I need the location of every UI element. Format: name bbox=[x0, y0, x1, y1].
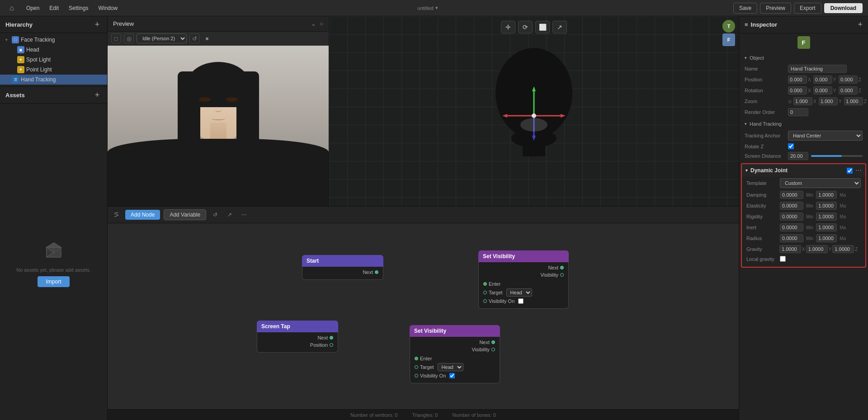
node-sv1-vis-port[interactable] bbox=[483, 299, 487, 303]
transform-tool[interactable]: ↗ bbox=[552, 21, 567, 33]
refresh-icon[interactable]: ↺ bbox=[189, 33, 199, 43]
preview-button[interactable]: Preview bbox=[760, 3, 791, 14]
node-sv2-vis-on-port[interactable] bbox=[415, 374, 418, 378]
refresh-node-icon[interactable]: ↺ bbox=[210, 209, 221, 220]
dj-template-select[interactable]: Custom bbox=[780, 178, 861, 188]
dj-more-button[interactable]: ⋯ bbox=[855, 167, 862, 174]
move-tool[interactable]: ✛ bbox=[501, 21, 515, 33]
node-sv1-target-port[interactable] bbox=[483, 291, 487, 294]
import-button[interactable]: Import bbox=[38, 276, 69, 287]
node-sv2-target-select[interactable]: Head bbox=[438, 363, 463, 371]
menu-open[interactable]: Open bbox=[22, 3, 44, 13]
dj-rigidity-input[interactable] bbox=[780, 212, 803, 221]
title-dropdown-icon[interactable]: ▾ bbox=[435, 5, 438, 11]
tracking-anchor-select[interactable]: Hand Center bbox=[788, 131, 863, 141]
assets-add-button[interactable]: + bbox=[93, 90, 102, 99]
dj-damping-min-label: Min bbox=[806, 193, 813, 198]
node-sv1-next-port[interactable] bbox=[560, 266, 564, 269]
dj-radius-input[interactable] bbox=[780, 234, 803, 242]
rotate-tool[interactable]: ⟳ bbox=[518, 21, 533, 33]
rotation-x-input[interactable] bbox=[788, 86, 807, 94]
zoom-z-input[interactable] bbox=[844, 97, 863, 105]
position-z-input[interactable] bbox=[839, 76, 858, 84]
preview-settings-icon[interactable]: ○ bbox=[320, 20, 323, 27]
home-icon[interactable]: ⌂ bbox=[5, 2, 18, 14]
download-button[interactable]: Download bbox=[824, 3, 863, 13]
node-sv1-target-select[interactable]: Head bbox=[506, 288, 532, 297]
dj-local-gravity-checkbox[interactable] bbox=[780, 256, 786, 262]
dj-damping-input[interactable] bbox=[780, 191, 803, 199]
node-sv2-target-port[interactable] bbox=[415, 365, 418, 369]
rotate-z-checkbox[interactable] bbox=[788, 143, 794, 149]
dj-gravity-y-input[interactable] bbox=[806, 245, 828, 253]
dj-rigidity-max-input[interactable] bbox=[816, 212, 837, 221]
export-node-icon[interactable]: ↗ bbox=[224, 209, 235, 220]
node-st-next-port[interactable] bbox=[330, 336, 333, 340]
object-section-header[interactable]: ▾ Object bbox=[739, 52, 868, 63]
preview-collapse-icon[interactable]: ⌄ bbox=[311, 20, 316, 27]
rotation-y-input[interactable] bbox=[813, 86, 832, 94]
dj-gravity-x-input[interactable] bbox=[779, 245, 801, 253]
dj-inert-max-input[interactable] bbox=[816, 223, 837, 231]
more-node-icon[interactable]: ⋯ bbox=[239, 209, 250, 220]
save-button[interactable]: Save bbox=[733, 3, 757, 14]
hierarchy-item-hand-tracking[interactable]: ☰ Hand Tracking bbox=[0, 75, 107, 85]
menu-settings[interactable]: Settings bbox=[64, 3, 93, 13]
node-st-pos-port[interactable] bbox=[330, 343, 333, 347]
node-screen-tap[interactable]: Screen Tap Next Position bbox=[257, 321, 338, 353]
node-sv1-visibility-port[interactable] bbox=[560, 273, 564, 277]
node-set-visibility-2[interactable]: Set Visibility Next Visibility bbox=[410, 325, 500, 383]
screen-distance-input[interactable] bbox=[788, 152, 808, 160]
position-x-input[interactable] bbox=[788, 76, 807, 84]
rotation-y-label: Y bbox=[833, 88, 838, 93]
dj-gravity-z-input[interactable] bbox=[832, 245, 854, 253]
hierarchy-item-face-tracking[interactable]: ▾ □ Face Tracking bbox=[0, 35, 107, 45]
3d-viewport[interactable]: ✛ ⟳ ⬜ ↗ T F bbox=[329, 16, 739, 206]
hierarchy-item-spot-light[interactable]: ✦ Spot Light bbox=[0, 55, 107, 65]
zoom-x-input[interactable] bbox=[793, 97, 812, 105]
hierarchy-item-head[interactable]: ▣ Head bbox=[0, 45, 107, 55]
node-sv1-next-out: Next bbox=[483, 264, 564, 271]
menu-window[interactable]: Window bbox=[94, 3, 122, 13]
name-input[interactable] bbox=[788, 65, 847, 73]
idle-select[interactable]: Idle (Person 2) bbox=[137, 33, 187, 43]
node-sv2-enter-port[interactable] bbox=[415, 357, 418, 360]
preview-tool-2[interactable]: ◎ bbox=[124, 33, 134, 43]
dj-inert-input[interactable] bbox=[780, 223, 803, 231]
hand-tracking-section-header[interactable]: ▾ Hand Tracking bbox=[739, 118, 868, 129]
node-sv2-next-port[interactable] bbox=[491, 340, 495, 344]
fullscreen-icon[interactable]: ■ bbox=[202, 33, 212, 43]
preview-header-controls: ⌄ ○ bbox=[311, 20, 323, 27]
node-sv1-vis-checkbox[interactable] bbox=[518, 298, 524, 304]
dj-enabled-checkbox[interactable] bbox=[847, 168, 853, 174]
node-start[interactable]: Start Next bbox=[302, 255, 383, 280]
hierarchy-item-point-light[interactable]: ✦ Point Light bbox=[0, 65, 107, 75]
dj-elasticity-label: Elasticity bbox=[746, 203, 778, 208]
dj-title-text: Dynamic Joint bbox=[750, 167, 788, 174]
node-start-next-port[interactable] bbox=[375, 270, 378, 274]
rotation-z-input[interactable] bbox=[839, 86, 858, 94]
export-button[interactable]: Export bbox=[794, 3, 821, 14]
screen-distance-slider[interactable] bbox=[811, 155, 863, 157]
preview-title: Preview bbox=[113, 20, 134, 27]
node-screen-tap-body: Next Position bbox=[257, 332, 338, 353]
dj-damping-max-input[interactable] bbox=[816, 191, 837, 199]
menu-edit[interactable]: Edit bbox=[45, 3, 63, 13]
inspector-add-button[interactable]: + bbox=[858, 20, 863, 29]
zoom-axes: ⊙ X Y Z bbox=[788, 97, 868, 105]
node-set-visibility-1[interactable]: Set Visibility Next Visibility bbox=[478, 250, 569, 309]
node-sv2-vis-port[interactable] bbox=[491, 348, 495, 351]
hierarchy-add-button[interactable]: + bbox=[93, 20, 102, 29]
add-node-button[interactable]: Add Node bbox=[125, 210, 160, 220]
dj-elasticity-input[interactable] bbox=[780, 202, 803, 210]
render-order-input[interactable] bbox=[788, 108, 808, 116]
node-sv1-enter-port[interactable] bbox=[483, 282, 487, 286]
dj-elasticity-max-input[interactable] bbox=[816, 202, 837, 210]
preview-tool-1[interactable]: □ bbox=[111, 33, 121, 43]
dj-radius-max-input[interactable] bbox=[816, 234, 837, 242]
position-y-input[interactable] bbox=[813, 76, 832, 84]
zoom-y-input[interactable] bbox=[819, 97, 838, 105]
scale-tool[interactable]: ⬜ bbox=[535, 21, 550, 33]
add-variable-button[interactable]: Add Variable bbox=[164, 209, 206, 220]
node-sv2-vis-checkbox[interactable] bbox=[449, 373, 455, 378]
